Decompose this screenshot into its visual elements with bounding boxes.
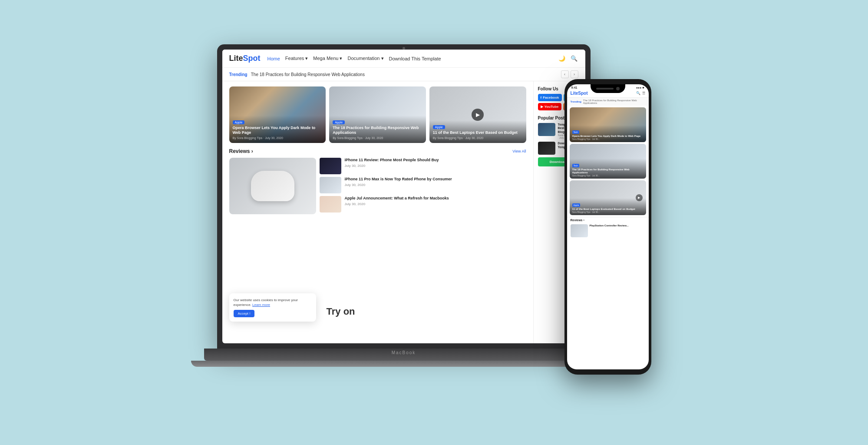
review-thumb-3: [320, 196, 341, 213]
review-title-1: iPhone 11 Review: Phone Most People Shou…: [345, 158, 526, 163]
reviews-grid: iPhone 11 Review: Phone Most People Shou…: [229, 158, 526, 214]
nav-home[interactable]: Home: [267, 56, 280, 61]
hero-card-1[interactable]: Apple Opera Browser Lets You Apply Dark …: [229, 86, 326, 143]
review-item-1[interactable]: iPhone 11 Review: Phone Most People Shou…: [320, 158, 526, 174]
phone-card-3-meta: Sora Blogging Tips · Jul 30...: [572, 211, 644, 213]
cookie-accept-button[interactable]: Accept !: [234, 310, 255, 317]
hero-card-2[interactable]: Apple The 18 Practices for Building Resp…: [329, 86, 426, 143]
phone-screen: 9:41 ●●● ■ LiteSpot 🔍 ☰ Trending The 18 …: [567, 84, 649, 369]
content-area: Apple Opera Browser Lets You Apply Dark …: [222, 81, 533, 343]
laptop-base: [204, 349, 604, 361]
phone-card-1-badge: Tech: [572, 130, 580, 134]
facebook-icon: f: [541, 96, 542, 100]
nav-features[interactable]: Features ▾: [285, 56, 308, 61]
gamepad-image: [251, 171, 294, 201]
review-date-2: July 30, 2020: [345, 183, 526, 187]
nav-links: Home Features ▾ Mega Menu ▾ Documentatio…: [267, 56, 551, 61]
phone-cards: Tech Opera Browser Lets You Apply Dark M…: [567, 106, 649, 217]
try-on-text: Try on: [327, 306, 355, 317]
phone-trending-text: The 18 Practices for Building Responsive…: [583, 99, 645, 104]
hero-card-3-play[interactable]: ▶: [472, 109, 484, 121]
phone-card-2-overlay: Tech The 18 Practices for Building Respo…: [570, 159, 646, 179]
phone-notch: [591, 84, 625, 93]
phone-review-thumb: [571, 224, 588, 237]
review-info-3: Apple Jul Announcement: What a Refresh f…: [345, 196, 526, 206]
review-thumb-1: [320, 158, 341, 174]
trending-next[interactable]: ›: [571, 70, 578, 78]
phone-card-3-title: 11 of the Best Laptops Evaluated Based o…: [572, 208, 644, 211]
phone-card-3[interactable]: ▶ Apple 11 of the Best Laptops Evaluated…: [570, 180, 646, 215]
nav-icons: 🌙 🔍: [558, 54, 578, 63]
phone-card-2-badge: Tech: [572, 164, 580, 167]
phone-speaker: [596, 88, 614, 90]
hero-card-2-badge: Apple: [333, 120, 345, 124]
laptop-screen: LiteSpot Home Features ▾ Mega Menu ▾ Doc…: [222, 50, 585, 343]
review-title-3: Apple Jul Announcement: What a Refresh f…: [345, 196, 526, 201]
phone-card-2[interactable]: Tech The 18 Practices for Building Respo…: [570, 144, 646, 179]
nav-mega-menu[interactable]: Mega Menu ▾: [313, 56, 342, 61]
brand-logo: LiteSpot: [229, 54, 261, 63]
nav-download-template[interactable]: Download This Template: [389, 56, 441, 61]
hero-cards: Apple Opera Browser Lets You Apply Dark …: [229, 86, 526, 143]
trending-label: Trending: [229, 72, 248, 77]
youtube-button[interactable]: ▶ YouTube: [538, 103, 561, 110]
phone-device: 9:41 ●●● ■ LiteSpot 🔍 ☰ Trending The 18 …: [564, 79, 651, 383]
review-info-2: iPhone 11 Pro Max is Now Top Rated Phone…: [345, 177, 526, 187]
hero-card-1-overlay: Apple Opera Browser Lets You Apply Dark …: [229, 116, 326, 143]
phone-card-2-title: The 18 Practices for Building Responsive…: [572, 168, 644, 174]
review-item-2[interactable]: iPhone 11 Pro Max is Now Top Rated Phone…: [320, 177, 526, 193]
phone-time: 9:41: [571, 86, 578, 89]
nav-documentation[interactable]: Documentation ▾: [347, 56, 383, 61]
phone-body: 9:41 ●●● ■ LiteSpot 🔍 ☰ Trending The 18 …: [564, 79, 651, 375]
hero-card-3-badge: Apple: [433, 125, 445, 129]
hero-card-2-title: The 18 Practices for Building Responsive…: [333, 126, 422, 136]
hero-card-1-badge: Apple: [233, 120, 245, 124]
search-icon[interactable]: 🔍: [570, 54, 578, 63]
cookie-learn-more[interactable]: Learn more: [252, 303, 270, 307]
hero-card-2-meta: By Sora Blogging Tips · July 30, 2020: [333, 136, 422, 139]
phone-card-3-badge: Apple: [572, 203, 581, 207]
cookie-banner: Our website uses cookies to improve your…: [229, 293, 316, 322]
hero-card-1-meta: By Sora Blogging Tips · July 30, 2020: [233, 136, 323, 139]
phone-card-1-title: Opera Browser Lets You Apply Dark Mode t…: [572, 135, 644, 138]
phone-card-1-meta: Sora Blogging Tips · Jul 30...: [572, 138, 644, 140]
phone-logo-bold: Spot: [578, 91, 587, 96]
facebook-button[interactable]: f Facebook: [538, 94, 562, 101]
laptop-device: LiteSpot Home Features ▾ Mega Menu ▾ Doc…: [217, 44, 591, 375]
view-all-link[interactable]: View All: [512, 149, 526, 153]
hero-card-3-meta: By Sora Blogging Tips · July 30, 2020: [433, 136, 523, 139]
review-info-1: iPhone 11 Review: Phone Most People Shou…: [345, 158, 526, 168]
phone-review-item[interactable]: PlayStation Controller Review...: [567, 223, 649, 239]
laptop-body: LiteSpot Home Features ▾ Mega Menu ▾ Doc…: [217, 44, 591, 349]
review-item-3[interactable]: Apple Jul Announcement: What a Refresh f…: [320, 196, 526, 213]
review-date-1: July 30, 2020: [345, 164, 526, 168]
hero-card-3-overlay: Apple 11 of the Best Laptops Ever Based …: [429, 120, 526, 143]
review-list: iPhone 11 Review: Phone Most People Shou…: [320, 158, 526, 214]
youtube-label: YouTube: [545, 105, 559, 109]
main-content: Apple Opera Browser Lets You Apply Dark …: [222, 81, 585, 343]
youtube-icon: ▶: [541, 105, 543, 109]
phone-card-3-overlay: Apple 11 of the Best Laptops Evaluated B…: [570, 198, 646, 215]
browser: LiteSpot Home Features ▾ Mega Menu ▾ Doc…: [222, 50, 585, 343]
phone-logo-light: Lite: [571, 91, 578, 96]
trending-arrows: ‹ ›: [561, 70, 578, 78]
hero-card-3[interactable]: ▶ Apple 11 of the Best Laptops Ever Base…: [429, 86, 526, 143]
phone-card-1-overlay: Tech Opera Browser Lets You Apply Dark M…: [570, 125, 646, 142]
trending-text: The 18 Practices for Building Responsive…: [251, 72, 558, 77]
hero-card-3-title: 11 of the Best Laptops Ever Based on Bud…: [433, 130, 523, 136]
phone-search-icon[interactable]: 🔍: [636, 91, 640, 95]
phone-review-title: PlayStation Controller Review...: [590, 224, 629, 227]
hero-card-1-title: Opera Browser Lets You Apply Dark Mode t…: [233, 126, 323, 136]
phone-nav-icons: 🔍 ☰: [636, 91, 645, 95]
scene: LiteSpot Home Features ▾ Mega Menu ▾ Doc…: [217, 44, 651, 401]
phone-logo: LiteSpot: [571, 91, 588, 96]
phone-menu-icon[interactable]: ☰: [642, 91, 645, 95]
trending-prev[interactable]: ‹: [561, 70, 569, 78]
dark-mode-icon[interactable]: 🌙: [558, 54, 566, 63]
review-date-3: July 30, 2020: [345, 202, 526, 206]
popular-thumb-2: [538, 142, 555, 155]
logo-bold: Spot: [243, 54, 261, 63]
navbar: LiteSpot Home Features ▾ Mega Menu ▾ Doc…: [222, 50, 585, 68]
phone-reviews-label: Reviews ›: [567, 217, 649, 223]
phone-card-1[interactable]: Tech Opera Browser Lets You Apply Dark M…: [570, 107, 646, 142]
